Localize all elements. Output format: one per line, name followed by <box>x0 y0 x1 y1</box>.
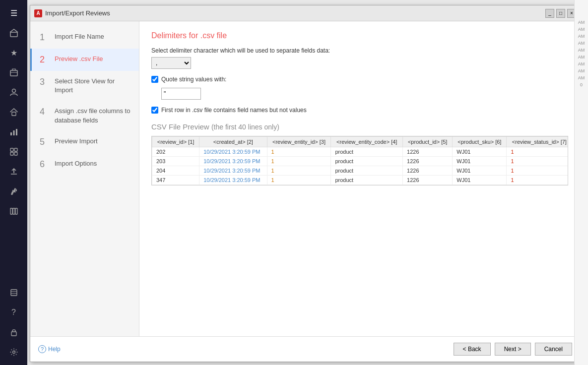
steps-panel: 1 Import File Name 2 Preview .csv File 3… <box>30 21 139 336</box>
step-5-label: Preview Import <box>55 137 98 146</box>
sidebar-puzzle-icon[interactable] <box>5 143 23 161</box>
svg-rect-10 <box>14 152 17 155</box>
table-row: 20310/29/2021 3:20:59 PM1product1226WJ01… <box>152 157 569 166</box>
delimiter-select[interactable]: , ; | <box>151 57 191 69</box>
svg-rect-3 <box>12 112 16 116</box>
dialog-title: Import/Export Reviews <box>45 9 545 17</box>
help-label: Help <box>48 346 61 353</box>
table-row: 20410/29/2021 3:20:59 PM1product1226WJ01… <box>152 166 569 176</box>
sidebar-box-icon[interactable] <box>5 63 23 81</box>
main-area: A Import/Export Reviews _ □ × 1 Import F… <box>27 0 588 365</box>
svg-rect-6 <box>16 129 17 135</box>
time-label-10: 0 <box>580 82 583 87</box>
svg-point-2 <box>12 89 15 93</box>
svg-rect-17 <box>11 332 16 336</box>
step-2-label: Preview .csv File <box>55 55 103 63</box>
svg-rect-1 <box>10 70 17 76</box>
step-4-number: 4 <box>40 107 50 117</box>
first-row-checkbox-row: First row in .csv file contains field na… <box>151 107 568 114</box>
svg-rect-12 <box>13 208 15 214</box>
time-label-6: AM <box>578 55 585 60</box>
maximize-button[interactable]: □ <box>556 9 565 18</box>
footer-buttons: < Back Next > Cancel <box>454 343 572 356</box>
step-6-import-options[interactable]: 6 Import Options <box>30 153 139 176</box>
sidebar-store-icon[interactable] <box>5 24 23 42</box>
right-time-bar: AM AM AM AM AM AM AM AM AM 0 <box>574 0 588 365</box>
col-header-created-at: <created_at> [2] <box>199 137 267 147</box>
col-header-review-id: <review_id> [1] <box>152 137 199 147</box>
title-bar-buttons: _ □ × <box>545 9 576 18</box>
step-6-label: Import Options <box>55 159 97 168</box>
preview-subtitle: (the first 40 lines only) <box>211 123 279 131</box>
dialog-footer: ? Help < Back Next > Cancel <box>30 336 580 362</box>
sidebar-menu-icon[interactable]: ☰ <box>5 4 23 22</box>
minimize-button[interactable]: _ <box>545 9 554 18</box>
title-bar: A Import/Export Reviews _ □ × <box>30 5 580 21</box>
sidebar-upload-icon[interactable] <box>5 163 23 181</box>
sidebar-data-icon[interactable] <box>5 284 23 302</box>
dialog-icon: A <box>34 9 42 17</box>
back-button[interactable]: < Back <box>454 343 491 356</box>
next-button[interactable]: Next > <box>495 343 531 356</box>
csv-table-wrapper: <review_id> [1] <created_at> [2] <review… <box>151 136 568 185</box>
help-icon: ? <box>38 345 46 353</box>
content-panel: Delimiters for .csv file Select delimite… <box>139 21 580 336</box>
help-link[interactable]: ? Help <box>38 345 61 353</box>
table-row: 20210/29/2021 3:20:59 PM1product1226WJ01… <box>152 147 569 157</box>
svg-rect-13 <box>15 208 17 214</box>
sidebar-wrench-icon[interactable] <box>5 182 23 200</box>
sidebar-books-icon[interactable] <box>5 202 23 220</box>
sidebar-home-icon[interactable] <box>5 103 23 121</box>
step-1-import-file-name[interactable]: 1 Import File Name <box>30 26 139 49</box>
svg-rect-4 <box>10 132 12 135</box>
quote-checkbox[interactable] <box>151 76 158 83</box>
time-label-2: AM <box>578 27 585 32</box>
col-header-product-sku: <product_sku> [6] <box>453 137 507 147</box>
svg-rect-5 <box>13 130 14 135</box>
sidebar-help-icon[interactable]: ? <box>5 304 23 321</box>
dialog-body: 1 Import File Name 2 Preview .csv File 3… <box>30 21 580 336</box>
quote-input[interactable] <box>161 88 201 100</box>
svg-rect-9 <box>10 152 13 155</box>
delimiter-row: , ; | <box>151 57 568 69</box>
step-3-select-store[interactable]: 3 Select Store View for Import <box>30 71 139 101</box>
time-label-3: AM <box>578 34 585 39</box>
svg-rect-14 <box>11 290 17 296</box>
time-label-5: AM <box>578 48 585 53</box>
step-4-assign-columns[interactable]: 4 Assign .csv file columns to database f… <box>30 101 139 130</box>
sidebar-lock-icon[interactable] <box>5 323 23 341</box>
svg-point-18 <box>12 351 15 354</box>
svg-rect-8 <box>14 148 17 151</box>
delimiter-label: Select delimiter character which will be… <box>151 47 568 54</box>
cancel-button[interactable]: Cancel <box>535 343 572 356</box>
step-5-number: 5 <box>40 137 50 147</box>
table-row: 34710/29/2021 3:20:59 PM1product1226WJ01… <box>152 176 569 185</box>
col-header-review-entity-id: <review_entity_id> [3] <box>267 137 331 147</box>
step-1-number: 1 <box>40 32 50 43</box>
sidebar-gear-icon[interactable] <box>5 343 23 361</box>
svg-rect-11 <box>10 208 12 214</box>
sidebar-star-icon[interactable]: ★ <box>5 44 23 61</box>
csv-table: <review_id> [1] <created_at> [2] <review… <box>152 136 568 185</box>
step-6-number: 6 <box>40 159 50 170</box>
time-label-4: AM <box>578 41 585 46</box>
sidebar-chart-icon[interactable] <box>5 123 23 141</box>
time-label-9: AM <box>578 75 585 80</box>
quote-checkbox-label: Quote string values with: <box>161 76 226 83</box>
section-title: Delimiters for .csv file <box>151 31 568 40</box>
import-export-dialog: A Import/Export Reviews _ □ × 1 Import F… <box>30 5 581 362</box>
col-header-review-entity-code: <review_entity_code> [4] <box>331 137 403 147</box>
col-header-product-id: <product_id> [5] <box>403 137 453 147</box>
preview-title: CSV File Preview (the first 40 lines onl… <box>151 122 568 131</box>
left-sidebar: ☰ ★ ? <box>0 0 27 365</box>
step-2-number: 2 <box>40 55 50 65</box>
step-3-label: Select Store View for Import <box>55 77 131 95</box>
sidebar-user-icon[interactable] <box>5 83 23 101</box>
svg-rect-0 <box>10 32 17 37</box>
time-label-8: AM <box>578 68 585 73</box>
first-row-checkbox[interactable] <box>151 107 158 114</box>
step-1-label: Import File Name <box>55 32 104 41</box>
step-5-preview-import[interactable]: 5 Preview Import <box>30 131 139 153</box>
step-4-label: Assign .csv file columns to database fie… <box>55 107 131 124</box>
step-2-preview-csv[interactable]: 2 Preview .csv File <box>30 49 139 71</box>
